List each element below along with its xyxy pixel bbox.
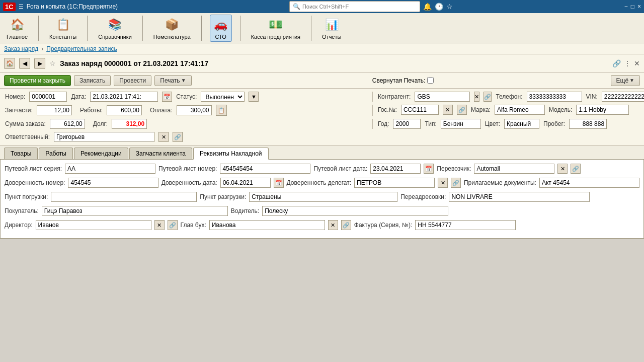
search-icon: 🔍: [293, 3, 300, 10]
buyer-input[interactable]: [42, 206, 228, 216]
tab-recommendations[interactable]: Рекомендации: [74, 148, 128, 159]
tab-goods[interactable]: Товары: [4, 148, 38, 159]
type-input[interactable]: [441, 119, 481, 129]
carrier-open-btn[interactable]: 🔗: [571, 164, 581, 174]
mileage-input[interactable]: [569, 119, 607, 129]
invoice-input[interactable]: [415, 220, 516, 230]
gov-num-open-btn[interactable]: 🔗: [457, 105, 467, 115]
poa-date-picker[interactable]: 📅: [274, 178, 284, 188]
waybill-number-input[interactable]: [220, 164, 310, 174]
contractor-input[interactable]: [415, 92, 470, 102]
driver-input[interactable]: [262, 206, 448, 216]
payment-info-btn[interactable]: 📋: [216, 105, 227, 116]
contractor-clear-btn[interactable]: ✕: [474, 92, 479, 102]
responsible-input[interactable]: [54, 132, 154, 142]
chief-accountant-input[interactable]: [209, 220, 325, 230]
status-btn[interactable]: ▼: [249, 92, 259, 102]
date-picker-btn[interactable]: 📅: [162, 92, 172, 102]
redirect-input[interactable]: [449, 192, 590, 202]
tab-invoice-details[interactable]: Реквизиты Накладной: [193, 148, 269, 160]
responsible-clear-btn[interactable]: ✕: [158, 132, 169, 142]
form-row-3: Сумма заказа: Долг: Год: Тип: Цвет: Проб…: [5, 119, 639, 129]
director-row: Директор: ✕ 🔗 Глав бух: ✕ 🔗 Фактура (Сер…: [5, 220, 639, 230]
print-button[interactable]: Печать ▼: [154, 75, 191, 86]
toolbar-main[interactable]: 🏠 Главное: [4, 15, 30, 41]
doc-header: 🏠 ◀ ▶ ☆ Заказ наряд 0000001 от 21.03.202…: [0, 54, 644, 73]
gov-num-input[interactable]: [401, 105, 439, 115]
search-input[interactable]: [302, 4, 417, 10]
hamburger-icon[interactable]: ☰: [19, 4, 24, 10]
nomenclature-label: Номенклатура: [153, 34, 191, 40]
maximize-btn[interactable]: □: [631, 3, 634, 10]
model-input[interactable]: [576, 105, 629, 115]
link-icon[interactable]: 🔗: [612, 59, 621, 67]
form-row-1: Номер: Дата: 📅 Статус: Выполнен ▼ Контра…: [5, 92, 639, 102]
order-sum-input[interactable]: [50, 119, 85, 129]
accountant-clear-btn[interactable]: ✕: [328, 220, 338, 230]
global-search-bar[interactable]: 🔍: [289, 1, 420, 12]
tab-works[interactable]: Работы: [39, 148, 73, 159]
parts-input[interactable]: [37, 105, 72, 115]
carrier-label: Перевозчик:: [437, 165, 471, 172]
forward-btn[interactable]: ▶: [34, 58, 45, 69]
gov-num-clear-btn[interactable]: ✕: [443, 105, 453, 115]
carrier-input[interactable]: [474, 164, 554, 174]
debt-input[interactable]: [112, 119, 147, 129]
date-input[interactable]: [90, 92, 158, 102]
doc-close-icon[interactable]: ✕: [634, 59, 640, 67]
waybill-date-input[interactable]: [370, 164, 421, 174]
color-input[interactable]: [504, 119, 539, 129]
more-button[interactable]: Ещё ▼: [611, 75, 640, 86]
status-select[interactable]: Выполнен: [201, 92, 245, 102]
carrier-clear-btn[interactable]: ✕: [557, 164, 568, 174]
star-icon[interactable]: ☆: [446, 3, 453, 11]
tab-client-parts[interactable]: Запчасти клиента: [129, 148, 192, 159]
more-icon[interactable]: ⋮: [624, 59, 631, 67]
poa-date-input[interactable]: [220, 178, 271, 188]
number-input[interactable]: [29, 92, 67, 102]
vin-input[interactable]: [602, 92, 644, 102]
poa-delegate-open-btn[interactable]: 🔗: [451, 178, 461, 188]
phone-input[interactable]: [527, 92, 582, 102]
director-open-btn[interactable]: 🔗: [168, 220, 178, 230]
toolbar-reference[interactable]: 📚 Справочники: [96, 15, 134, 41]
responsible-open-btn[interactable]: 🔗: [173, 132, 183, 142]
toolbar-sto[interactable]: 🚗 СТО: [210, 15, 232, 42]
post-and-close-button[interactable]: Провести и закрыть: [4, 75, 71, 86]
director-clear-btn[interactable]: ✕: [154, 220, 165, 230]
favorite-star[interactable]: ☆: [49, 59, 56, 67]
director-input[interactable]: [36, 220, 151, 230]
payment-row: Оплата: 📋: [150, 105, 227, 116]
toolbar-cashbox[interactable]: 💵 Касса предприятия: [249, 15, 303, 41]
poa-number-input[interactable]: [68, 178, 158, 188]
main-icon: 🏠: [9, 17, 25, 33]
toolbar-reports[interactable]: 📊 Отчёты: [319, 15, 344, 41]
unloading-point-input[interactable]: [249, 192, 397, 202]
home-nav-btn[interactable]: 🏠: [4, 58, 15, 69]
payment-input[interactable]: [177, 105, 212, 115]
brand-input[interactable]: [495, 105, 545, 115]
action-bar: Провести и закрыть Записать Провести Печ…: [0, 73, 644, 89]
waybill-date-picker[interactable]: 📅: [424, 164, 434, 174]
breadcrumb-item-2[interactable]: Предварительная запись: [46, 45, 117, 52]
print-checkbox[interactable]: [427, 77, 434, 84]
breadcrumb-item-1[interactable]: Заказ наряд: [4, 45, 38, 52]
poa-delegate-clear-btn[interactable]: ✕: [438, 178, 448, 188]
toolbar-constants[interactable]: 📋 Константы: [47, 15, 79, 41]
waybill-series-input[interactable]: [65, 164, 155, 174]
toolbar-nomenclature[interactable]: 📦 Номенклатура: [151, 15, 193, 41]
year-input[interactable]: [393, 119, 421, 129]
save-button[interactable]: Записать: [74, 75, 111, 86]
minimize-btn[interactable]: −: [624, 3, 628, 10]
post-button[interactable]: Провести: [114, 75, 151, 86]
contractor-open-btn[interactable]: 🔗: [484, 92, 492, 102]
accountant-open-btn[interactable]: 🔗: [341, 220, 351, 230]
attached-docs-input[interactable]: [539, 178, 639, 188]
close-btn[interactable]: ×: [637, 3, 641, 10]
works-input[interactable]: [107, 105, 142, 115]
back-btn[interactable]: ◀: [19, 58, 30, 69]
loading-point-input[interactable]: [51, 192, 197, 202]
poa-delegate-input[interactable]: [354, 178, 435, 188]
tab-invoice-content: Путевой лист серия: Путевой лист номер: …: [0, 160, 644, 239]
notification-icon[interactable]: 🔔: [423, 3, 432, 11]
